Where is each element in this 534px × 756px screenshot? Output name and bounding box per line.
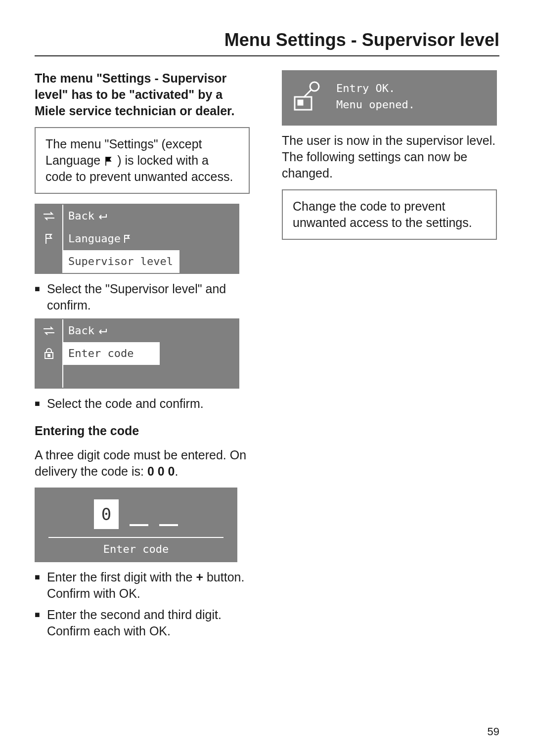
page-number: 59: [488, 725, 499, 738]
lcd-language-label: Language: [68, 233, 121, 244]
title-rule: [35, 55, 499, 56]
code-intro: A three digit code must be entered. On d…: [35, 447, 250, 480]
lcd-settings-menu: Back Languag: [35, 204, 239, 274]
code-slot-3: [159, 524, 178, 526]
svg-rect-4: [298, 100, 303, 105]
flag-icon: [105, 153, 113, 162]
code-slot-2: [130, 524, 148, 526]
lcd-entry-ok: Entry OK. Menu opened.: [282, 70, 497, 126]
code-caption: Enter code: [35, 542, 237, 558]
entry-ok-line1: Entry OK.: [336, 80, 415, 96]
return-icon: [97, 211, 107, 222]
lcd-supervisor-selected: Supervisor level: [63, 250, 179, 273]
code-divider: [48, 537, 223, 538]
note-change-code: Change the code to prevent unwanted acce…: [282, 189, 497, 240]
bullet-icon: ■: [35, 607, 40, 639]
flag-icon: [36, 227, 63, 250]
left-column: The menu "Settings - Supervisor level" h…: [35, 70, 250, 644]
bullet-icon: ■: [35, 396, 40, 412]
blank-icon: [36, 365, 63, 388]
code-intro-a: A three digit code must be entered. On d…: [35, 448, 246, 478]
arrows-icon: [36, 319, 63, 342]
plus-symbol: +: [196, 570, 203, 584]
code-intro-b: .: [175, 464, 178, 478]
return-icon: [97, 325, 107, 336]
lcd-enter-code-selected: Enter code: [63, 342, 160, 365]
right-column: Entry OK. Menu opened. The user is now i…: [282, 70, 497, 644]
bullet-icon: ■: [35, 569, 40, 602]
lcd-code-entry: 0 Enter code: [35, 488, 237, 562]
page-title: Menu Settings - Supervisor level: [35, 30, 499, 50]
flag-icon: [124, 233, 131, 244]
svg-rect-1: [48, 355, 50, 356]
step-next-digits: Enter the second and third digit. Confir…: [47, 607, 250, 639]
step-code-confirm: Select the code and confirm.: [47, 396, 250, 412]
code-digit-1: 0: [94, 499, 119, 529]
lcd-back-label: Back: [68, 211, 94, 222]
lcd-back-label: Back: [68, 325, 94, 336]
bullet-icon: ■: [35, 281, 40, 313]
blank-icon: [36, 250, 63, 273]
key-screen-icon: [291, 79, 325, 114]
entry-ok-line2: Menu opened.: [336, 96, 415, 113]
default-code: 0 0 0: [147, 464, 175, 478]
entering-code-heading: Entering the code: [35, 423, 250, 439]
intro-bold: The menu "Settings - Supervisor level" h…: [35, 70, 250, 119]
step-supervisor-confirm: Select the "Supervisor level" and confir…: [47, 281, 250, 313]
lcd-enter-code-menu: Back: [35, 318, 239, 389]
step-first-digit: Enter the first digit with the + button.…: [47, 569, 250, 602]
arrows-icon: [36, 205, 63, 227]
note-box-language-lock: The menu "Settings" (except Language ) i…: [35, 127, 250, 194]
lock-icon: [36, 342, 63, 365]
supervisor-reached: The user is now in the supervisor level.…: [282, 133, 497, 181]
